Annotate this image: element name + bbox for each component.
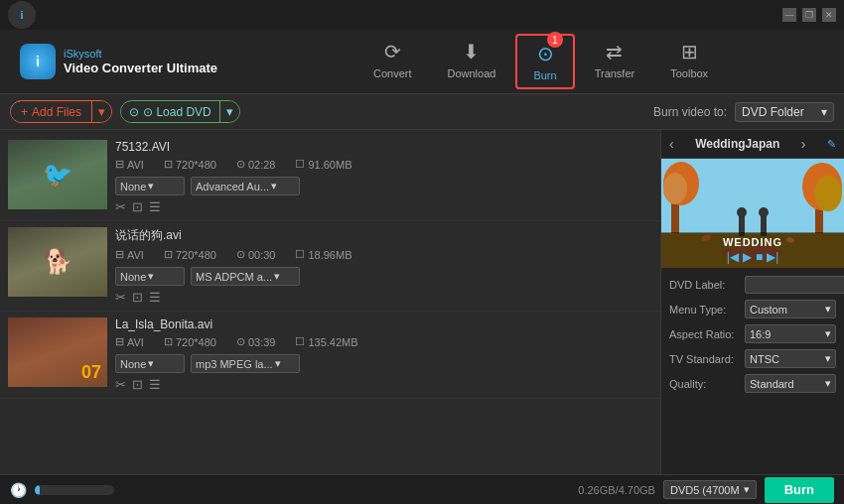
disc-select[interactable]: DVD5 (4700M ▾ — [663, 480, 757, 499]
transfer-icon: ⇄ — [606, 40, 623, 63]
audio-channel-select-3[interactable]: mp3 MPEG la...▾ — [191, 354, 300, 373]
copy-icon-1[interactable]: ⊡ — [132, 199, 143, 214]
svg-point-6 — [814, 176, 842, 211]
file-format-icon-2: ⊟ AVI — [115, 248, 144, 261]
nav-label-transfer: Transfer — [595, 67, 635, 79]
main-area: 🐦 75132.AVI ⊟ AVI ⊡ 720*480 ⊙ 02:28 ☐ 91… — [0, 130, 844, 474]
panel-edit-button[interactable]: ✎ — [827, 138, 836, 151]
burn-to-select[interactable]: DVD Folder ▾ — [735, 102, 834, 122]
settings-icon-3[interactable]: ☰ — [149, 377, 161, 392]
panel-prev-button[interactable]: ‹ — [669, 136, 674, 152]
app-logo: i — [8, 1, 36, 29]
thumb-overlay-07: 07 — [81, 362, 101, 383]
dvd-label-input[interactable] — [745, 276, 844, 294]
menu-type-row: Menu Type: Custom ▾ — [669, 300, 836, 318]
close-button[interactable]: ✕ — [822, 8, 836, 22]
file-resolution-icon-2: ⊡ 720*480 — [164, 248, 216, 261]
burn-to-value: DVD Folder — [742, 105, 804, 119]
dvd-icon: ⊙ — [129, 105, 139, 119]
storage-text: 0.26GB/4.70GB — [578, 484, 655, 496]
quality-value: Standard — [750, 378, 794, 390]
menu-type-select[interactable]: Custom ▾ — [745, 300, 836, 318]
copy-icon-2[interactable]: ⊡ — [132, 290, 143, 305]
minimize-button[interactable]: — — [782, 8, 796, 22]
copy-icon-3[interactable]: ⊡ — [132, 377, 143, 392]
menu-type-dropdown-icon: ▾ — [825, 303, 831, 315]
add-files-label: Add Files — [32, 105, 81, 119]
file-name-3: La_Isla_Bonita.avi — [115, 317, 652, 331]
nav-label-toolbox: Toolbox — [670, 67, 708, 79]
nav-items: ⟳ Convert ⬇ Download 1 ⊙ Burn ⇄ Transfer… — [257, 34, 824, 89]
thumb-birds-icon: 🐦 — [43, 161, 72, 189]
tv-standard-value: NTSC — [750, 353, 779, 365]
brand-bottom-text: Video Converter Ultimate — [64, 61, 217, 76]
stop-icon: ■ — [756, 250, 763, 264]
aspect-ratio-value: 16:9 — [750, 328, 771, 340]
play-icon: ▶ — [743, 250, 752, 264]
audio-channel-select-2[interactable]: MS ADPCM a...▾ — [191, 267, 300, 286]
svg-point-12 — [759, 207, 769, 217]
tv-standard-select[interactable]: NTSC ▾ — [745, 349, 836, 368]
svg-point-3 — [663, 173, 687, 204]
menu-type-value: Custom — [750, 304, 787, 315]
file-format-icon-3: ⊟ AVI — [115, 335, 144, 348]
audio-codec-select-2[interactable]: None▾ — [115, 267, 185, 286]
file-info-3: La_Isla_Bonita.avi ⊟ AVI ⊡ 720*480 ⊙ 03:… — [115, 317, 652, 392]
aspect-ratio-select[interactable]: 16:9 ▾ — [745, 324, 836, 343]
quality-dropdown-icon: ▾ — [825, 377, 831, 390]
file-list: 🐦 75132.AVI ⊟ AVI ⊡ 720*480 ⊙ 02:28 ☐ 91… — [0, 130, 660, 474]
audio-codec-select-3[interactable]: None▾ — [115, 354, 185, 373]
panel-preview: WEDDING |◀ ▶ ■ ▶| — [661, 159, 844, 268]
settings-icon-2[interactable]: ☰ — [149, 290, 161, 305]
tv-standard-label: TV Standard: — [669, 353, 741, 365]
toolbar-right: Burn video to: DVD Folder ▾ — [653, 102, 834, 122]
add-files-button[interactable]: + Add Files — [11, 102, 91, 122]
file-controls-1: None▾ Advanced Au...▾ — [115, 177, 652, 195]
cut-icon-3[interactable]: ✂ — [115, 377, 126, 392]
nav-item-download[interactable]: ⬇ Download — [431, 34, 511, 89]
file-item: 07 La_Isla_Bonita.avi ⊟ AVI ⊡ 720*480 ⊙ … — [0, 312, 660, 399]
cut-icon-1[interactable]: ✂ — [115, 199, 126, 214]
load-dvd-label: ⊙ Load DVD — [143, 105, 211, 119]
clock-icon: 🕐 — [10, 482, 27, 498]
restore-button[interactable]: ❐ — [802, 8, 816, 22]
burn-button[interactable]: Burn — [765, 477, 834, 503]
quality-row: Quality: Standard ▾ — [669, 374, 836, 393]
progress-bar — [35, 485, 114, 495]
nav-item-transfer[interactable]: ⇄ Transfer — [579, 34, 651, 89]
cut-icon-2[interactable]: ✂ — [115, 290, 126, 305]
convert-icon: ⟳ — [384, 40, 401, 63]
tv-standard-row: TV Standard: NTSC ▾ — [669, 349, 836, 368]
add-files-dropdown-button[interactable]: ▾ — [91, 101, 111, 122]
tv-standard-dropdown-icon: ▾ — [825, 352, 831, 365]
nav-item-burn[interactable]: 1 ⊙ Burn — [515, 34, 574, 89]
download-icon: ⬇ — [463, 40, 480, 63]
preview-title: WEDDING — [723, 236, 782, 248]
file-duration-icon-1: ⊙ 02:28 — [236, 158, 276, 171]
load-dvd-button[interactable]: ⊙ ⊙ Load DVD — [121, 102, 219, 122]
svg-point-10 — [737, 207, 747, 217]
preview-playback-icons: |◀ ▶ ■ ▶| — [727, 250, 779, 264]
app-brand: i iSkysoft Video Converter Ultimate — [20, 44, 217, 79]
file-size-icon-2: ☐ 18.96MB — [295, 248, 352, 261]
panel-next-button[interactable]: › — [801, 136, 806, 152]
bottom-right: 0.26GB/4.70GB DVD5 (4700M ▾ Burn — [578, 477, 834, 503]
title-bar: i — ❐ ✕ — [0, 0, 844, 30]
load-dvd-dropdown-button[interactable]: ▾ — [219, 101, 239, 122]
file-controls-3: None▾ mp3 MPEG la...▾ — [115, 354, 652, 373]
quality-select[interactable]: Standard ▾ — [745, 374, 836, 393]
file-size-icon-3: ☐ 135.42MB — [295, 335, 357, 348]
audio-channel-select-1[interactable]: Advanced Au...▾ — [191, 177, 300, 195]
nav-item-toolbox[interactable]: ⊞ Toolbox — [654, 34, 724, 89]
progress-bar-fill — [35, 485, 40, 495]
settings-icon-1[interactable]: ☰ — [149, 199, 161, 214]
file-resolution-icon-3: ⊡ 720*480 — [164, 335, 216, 348]
thumb-dog-icon: 🐕 — [43, 248, 72, 276]
file-meta-2: ⊟ AVI ⊡ 720*480 ⊙ 00:30 ☐ 18.96MB — [115, 248, 652, 261]
preview-overlay: WEDDING |◀ ▶ ■ ▶| — [661, 232, 844, 268]
file-item: 🐕 说话的狗.avi ⊟ AVI ⊡ 720*480 ⊙ 00:30 ☐ 18.… — [0, 221, 660, 312]
audio-codec-select-1[interactable]: None▾ — [115, 177, 185, 195]
file-name-1: 75132.AVI — [115, 140, 652, 154]
brand-top-text: iSkysoft — [64, 48, 217, 61]
nav-item-convert[interactable]: ⟳ Convert — [357, 34, 428, 89]
